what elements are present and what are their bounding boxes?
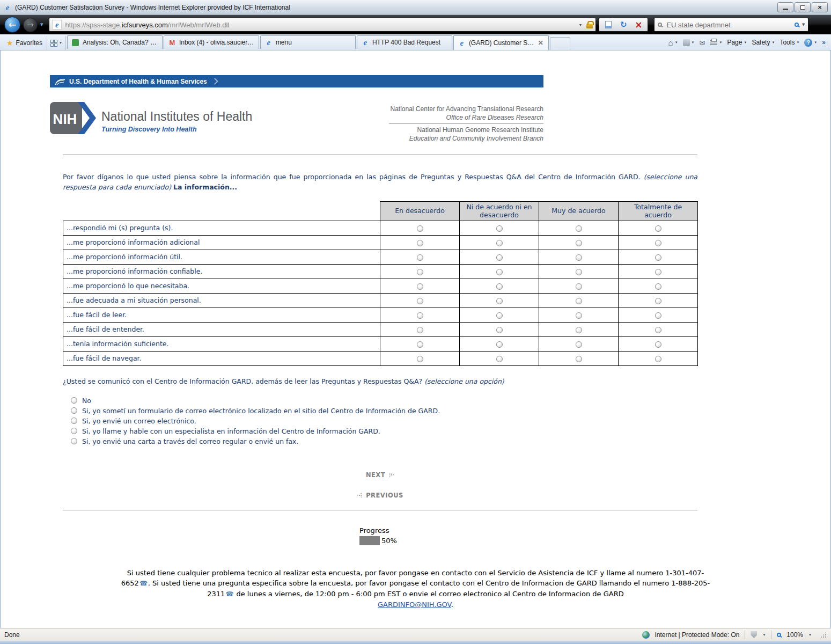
matrix-radio[interactable] xyxy=(655,327,661,333)
search-box[interactable]: ▼ xyxy=(654,18,808,32)
tab-close-icon[interactable]: ✕ xyxy=(537,39,545,47)
matrix-radio[interactable] xyxy=(655,240,661,246)
feeds-button[interactable]: ▼ xyxy=(683,39,695,46)
history-dropdown-icon[interactable]: ▼ xyxy=(40,23,43,27)
tab[interactable]: MInbox (4) - olivia.saucier@... xyxy=(164,35,259,49)
nih-logo-lockup: NIH National Institutes of Health Turnin… xyxy=(50,102,252,143)
matrix-radio[interactable] xyxy=(496,225,503,232)
progress-label: Progress xyxy=(359,526,830,535)
matrix-radio[interactable] xyxy=(655,225,661,232)
matrix-radio[interactable] xyxy=(417,225,423,232)
matrix-radio[interactable] xyxy=(496,356,503,362)
matrix-radio[interactable] xyxy=(576,312,582,319)
matrix-radio[interactable] xyxy=(496,298,503,304)
favorites-button[interactable]: ★ Favorites xyxy=(2,36,47,50)
matrix-radio[interactable] xyxy=(655,269,661,275)
stop-button[interactable]: × xyxy=(631,19,645,30)
nih-name: National Institutes of Health xyxy=(101,109,252,124)
refresh-button[interactable]: ↻ xyxy=(616,19,630,30)
matrix-radio[interactable] xyxy=(417,269,423,275)
page-menu[interactable]: Page▼ xyxy=(727,39,747,46)
option-radio[interactable] xyxy=(71,438,77,444)
matrix-radio[interactable] xyxy=(576,327,582,333)
back-button[interactable]: ← xyxy=(4,17,20,33)
option-label: Si, yo envié una carta a través del corr… xyxy=(82,437,298,445)
option-radio[interactable] xyxy=(71,407,77,414)
option-label: No xyxy=(82,397,91,405)
phone-icon: ☎ xyxy=(225,590,233,598)
tab[interactable]: emenu xyxy=(260,35,356,49)
status-text: Done xyxy=(4,631,20,639)
org-line: Education and Community Involvement Bran… xyxy=(389,134,543,143)
row-label: ...fue adecuada a mi situación personal. xyxy=(63,293,380,308)
matrix-radio[interactable] xyxy=(496,240,503,246)
overflow-chevron-icon[interactable]: » xyxy=(822,39,826,46)
matrix-radio[interactable] xyxy=(417,240,423,246)
tab-list-dropdown-icon[interactable]: ▼ xyxy=(59,41,62,45)
home-button[interactable]: ⌂▼ xyxy=(668,38,678,47)
zoom-level[interactable]: 100% xyxy=(786,631,803,639)
ie-favicon-icon: e xyxy=(264,38,273,47)
matrix-radio[interactable] xyxy=(417,327,423,333)
address-dropdown-icon[interactable]: ▼ xyxy=(578,23,582,27)
matrix-radio[interactable] xyxy=(576,254,582,261)
matrix-radio[interactable] xyxy=(655,298,661,304)
print-button[interactable]: ▼ xyxy=(710,40,722,45)
address-bar[interactable]: e https://spss-stage.icfsurveys.com/mrIW… xyxy=(49,18,596,32)
phone-icon: ☎ xyxy=(139,580,148,587)
tab-strip: Analysis: Oh, Canada? Wh...MInbox (4) - … xyxy=(66,35,549,50)
matrix-radio[interactable] xyxy=(417,298,423,304)
matrix-radio[interactable] xyxy=(496,341,503,348)
matrix-radio[interactable] xyxy=(417,254,423,261)
matrix-radio[interactable] xyxy=(655,312,661,319)
shield-icon[interactable] xyxy=(751,631,757,638)
matrix-radio[interactable] xyxy=(496,283,503,290)
matrix-radio[interactable] xyxy=(417,341,423,348)
minimize-button[interactable] xyxy=(777,2,793,12)
tab[interactable]: Analysis: Oh, Canada? Wh... xyxy=(67,35,163,49)
safety-menu[interactable]: Safety▼ xyxy=(752,39,775,46)
matrix-radio[interactable] xyxy=(576,298,582,304)
matrix-radio[interactable] xyxy=(655,283,661,290)
previous-button[interactable]: PREVIOUS xyxy=(63,492,697,499)
matrix-radio[interactable] xyxy=(496,327,503,333)
matrix-row: ...fue fácil de entender. xyxy=(63,322,698,336)
matrix-radio[interactable] xyxy=(655,341,661,348)
resize-grip[interactable] xyxy=(820,632,827,638)
matrix-radio[interactable] xyxy=(655,254,661,261)
read-mail-button[interactable]: ✉ xyxy=(700,39,705,47)
matrix-radio[interactable] xyxy=(576,240,582,246)
close-button[interactable]: × xyxy=(812,2,828,12)
matrix-radio[interactable] xyxy=(576,356,582,362)
forward-button[interactable]: → xyxy=(23,18,38,32)
tab[interactable]: eHTTP 400 Bad Request xyxy=(357,35,452,49)
matrix-radio[interactable] xyxy=(576,341,582,348)
search-input[interactable] xyxy=(665,20,791,30)
option-radio[interactable] xyxy=(71,418,77,424)
matrix-radio[interactable] xyxy=(417,356,423,362)
new-tab-button[interactable] xyxy=(550,37,570,50)
matrix-radio[interactable] xyxy=(496,269,503,275)
email-link[interactable]: GARDINFO@NIH.GOV xyxy=(378,601,451,609)
search-go-icon[interactable] xyxy=(795,23,799,27)
matrix-radio[interactable] xyxy=(576,283,582,290)
matrix-radio[interactable] xyxy=(655,356,661,362)
quick-tabs-button[interactable]: ▼ xyxy=(47,36,66,50)
matrix-radio[interactable] xyxy=(576,269,582,275)
tools-menu[interactable]: Tools▼ xyxy=(779,39,799,46)
matrix-radio[interactable] xyxy=(417,283,423,290)
matrix-radio[interactable] xyxy=(496,254,503,261)
help-button[interactable]: ?▼ xyxy=(804,39,817,47)
compatibility-view-button[interactable] xyxy=(601,19,615,30)
column-header: Totalmente de acuerdo xyxy=(619,201,698,221)
restore-button[interactable] xyxy=(795,2,811,12)
tab[interactable]: e(GARD) Customer Satis...✕ xyxy=(453,35,549,50)
matrix-radio[interactable] xyxy=(576,225,582,232)
option-radio[interactable] xyxy=(71,397,77,404)
row-label: ...tenía información suficiente. xyxy=(63,336,380,351)
matrix-radio[interactable] xyxy=(417,312,423,319)
search-dropdown-icon[interactable]: ▼ xyxy=(802,23,805,27)
matrix-radio[interactable] xyxy=(496,312,503,319)
next-button[interactable]: NEXT xyxy=(63,471,697,479)
option-radio[interactable] xyxy=(71,428,77,434)
